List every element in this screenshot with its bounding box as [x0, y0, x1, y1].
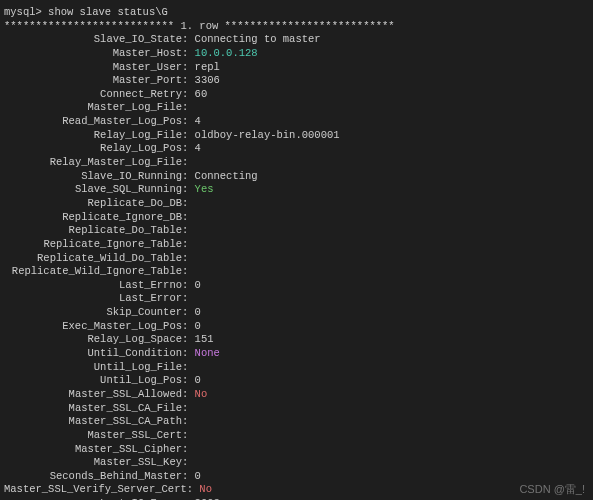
field-value: 10.0.0.128 [195, 47, 258, 59]
field-row: Replicate_Ignore_DB: [4, 211, 593, 225]
field-row: Until_Condition: None [4, 347, 593, 361]
field-label: Read_Master_Log_Pos [4, 115, 182, 129]
field-row: Replicate_Do_DB: [4, 197, 593, 211]
field-label: Replicate_Do_DB [4, 197, 182, 211]
field-label: Relay_Log_Space [4, 333, 182, 347]
field-row: Exec_Master_Log_Pos: 0 [4, 320, 593, 334]
field-row: Master_Log_File: [4, 101, 593, 115]
field-row: Relay_Log_Space: 151 [4, 333, 593, 347]
field-label: Master_SSL_Verify_Server_Cert [4, 483, 187, 497]
field-label: Last_Error [4, 292, 182, 306]
field-row: Master_Port: 3306 [4, 74, 593, 88]
field-row: Master_SSL_Key: [4, 456, 593, 470]
field-value: Connecting to master [195, 33, 321, 45]
field-label: Relay_Log_Pos [4, 142, 182, 156]
field-label: Until_Log_Pos [4, 374, 182, 388]
field-row: Relay_Log_File: oldboy-relay-bin.000001 [4, 129, 593, 143]
field-label: Slave_IO_State [4, 33, 182, 47]
field-label: Master_Host [4, 47, 182, 61]
field-row: Replicate_Do_Table: [4, 224, 593, 238]
field-value: 3306 [195, 74, 220, 86]
field-label: Connect_Retry [4, 88, 182, 102]
field-value: 4 [195, 115, 201, 127]
field-row: Skip_Counter: 0 [4, 306, 593, 320]
field-label: Seconds_Behind_Master [4, 470, 182, 484]
field-label: Replicate_Do_Table [4, 224, 182, 238]
field-row: Master_SSL_CA_Path: [4, 415, 593, 429]
field-label: Master_Log_File [4, 101, 182, 115]
field-row: Until_Log_File: [4, 361, 593, 375]
field-value: No [195, 388, 208, 400]
field-label: Master_SSL_Allowed [4, 388, 182, 402]
field-row: Replicate_Wild_Ignore_Table: [4, 265, 593, 279]
field-label: Relay_Master_Log_File [4, 156, 182, 170]
field-row: Replicate_Ignore_Table: [4, 238, 593, 252]
field-label: Slave_SQL_Running [4, 183, 182, 197]
field-label: Skip_Counter [4, 306, 182, 320]
field-row: Master_User: repl [4, 61, 593, 75]
field-value: None [195, 347, 220, 359]
field-value: Connecting [195, 170, 258, 182]
field-value: 0 [195, 306, 201, 318]
field-label: Master_Port [4, 74, 182, 88]
field-label: Exec_Master_Log_Pos [4, 320, 182, 334]
field-label: Until_Log_File [4, 361, 182, 375]
field-row: Slave_IO_State: Connecting to master [4, 33, 593, 47]
field-label: Replicate_Wild_Do_Table [4, 252, 182, 266]
field-row: Master_SSL_Cipher: [4, 443, 593, 457]
field-label: Replicate_Ignore_DB [4, 211, 182, 225]
field-value: 60 [195, 88, 208, 100]
field-row: Master_SSL_Verify_Server_Cert: No [4, 483, 593, 497]
field-label: Master_SSL_Cipher [4, 443, 182, 457]
field-row: Relay_Master_Log_File: [4, 156, 593, 170]
field-row: Last_Error: [4, 292, 593, 306]
field-row: Connect_Retry: 60 [4, 88, 593, 102]
field-row: Relay_Log_Pos: 4 [4, 142, 593, 156]
field-label: Relay_Log_File [4, 129, 182, 143]
field-label: Replicate_Wild_Ignore_Table [4, 265, 182, 279]
watermark: CSDN @雷_! [519, 482, 585, 496]
field-value: Yes [195, 183, 214, 195]
mysql-prompt[interactable]: mysql> show slave status\G [4, 6, 593, 20]
field-row: Until_Log_Pos: 0 [4, 374, 593, 388]
field-row: Slave_SQL_Running: Yes [4, 183, 593, 197]
row-header: *************************** 1. row *****… [4, 20, 593, 34]
field-value: 151 [195, 333, 214, 345]
field-label: Master_SSL_Key [4, 456, 182, 470]
field-row: Master_SSL_Allowed: No [4, 388, 593, 402]
field-value: 4 [195, 142, 201, 154]
field-value: oldboy-relay-bin.000001 [195, 129, 340, 141]
field-value: repl [195, 61, 220, 73]
field-row: Read_Master_Log_Pos: 4 [4, 115, 593, 129]
field-row: Last_Errno: 0 [4, 279, 593, 293]
field-label: Master_SSL_CA_File [4, 402, 182, 416]
field-value: 0 [195, 470, 201, 482]
field-row: Slave_IO_Running: Connecting [4, 170, 593, 184]
slave-status-fields: Slave_IO_State: Connecting to masterMast… [4, 33, 593, 500]
field-label: Master_SSL_Cert [4, 429, 182, 443]
field-label: Last_Errno [4, 279, 182, 293]
field-value: 0 [195, 374, 201, 386]
field-label: Replicate_Ignore_Table [4, 238, 182, 252]
field-label: Master_SSL_CA_Path [4, 415, 182, 429]
field-row: Master_SSL_CA_File: [4, 402, 593, 416]
field-label: Until_Condition [4, 347, 182, 361]
field-label: Master_User [4, 61, 182, 75]
field-row: Seconds_Behind_Master: 0 [4, 470, 593, 484]
field-row: Master_SSL_Cert: [4, 429, 593, 443]
field-label: Slave_IO_Running [4, 170, 182, 184]
field-value: 0 [195, 320, 201, 332]
field-row: Master_Host: 10.0.0.128 [4, 47, 593, 61]
field-value: No [199, 483, 212, 495]
field-row: Replicate_Wild_Do_Table: [4, 252, 593, 266]
field-value: 0 [195, 279, 201, 291]
